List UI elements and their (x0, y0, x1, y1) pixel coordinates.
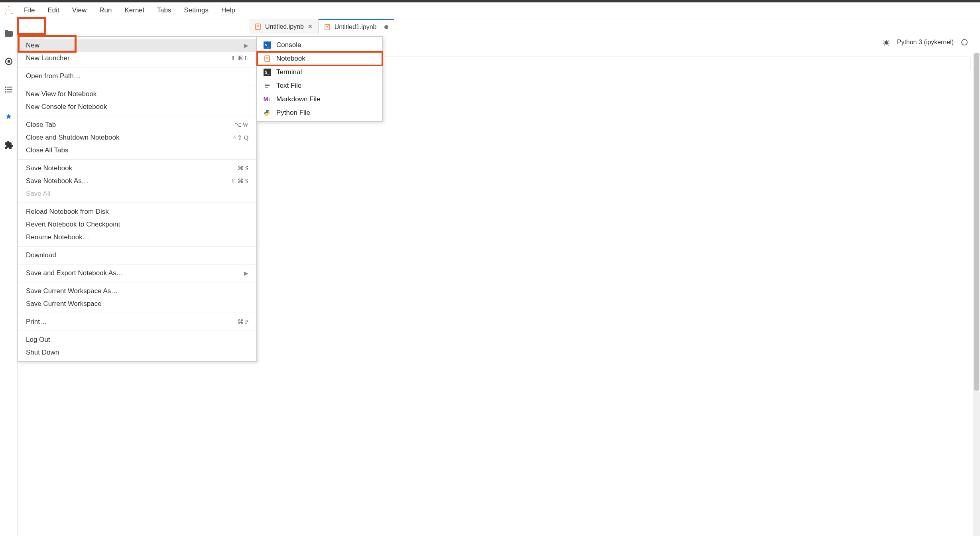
tab-label: Untitled.ipynb (265, 23, 304, 30)
scrollbar-thumb[interactable] (974, 53, 979, 391)
folder-icon[interactable] (4, 29, 14, 38)
svg-rect-7 (5, 89, 6, 90)
menu-separator (18, 282, 256, 282)
menu-settings[interactable]: Settings (178, 4, 215, 17)
file-close-shutdown[interactable]: Close and Shutdown Notebook^ ⇧ Q (18, 131, 256, 144)
svg-point-0 (8, 6, 10, 7)
file-shutdown[interactable]: Shut Down (18, 346, 256, 359)
shortcut-text: ⌘ P (238, 318, 248, 325)
new-console[interactable]: >_ Console (257, 38, 382, 52)
menu-tabs[interactable]: Tabs (151, 4, 178, 17)
svg-rect-5 (5, 87, 6, 88)
shortcut-text: ^ ⇧ Q (233, 134, 248, 141)
menu-separator (18, 159, 256, 160)
file-menu-dropdown: New▶ New Launcher⇧ ⌘ L Open from Path… N… (18, 36, 257, 362)
file-save-workspace-as[interactable]: Save Current Workspace As… (18, 285, 256, 298)
tab-untitled1[interactable]: Untitled1.ipynb (319, 19, 395, 34)
new-submenu: >_ Console Notebook $_ Terminal Text Fil… (257, 36, 383, 122)
menu-separator (18, 264, 256, 264)
svg-rect-17 (265, 84, 270, 85)
new-markdown-file[interactable]: M↓ Markdown File (257, 93, 382, 106)
svg-rect-18 (265, 85, 270, 86)
terminal-icon: $_ (264, 69, 271, 76)
file-print[interactable]: Print…⌘ P (18, 315, 256, 328)
shortcut-text: ⇧ ⌘ L (230, 55, 248, 62)
dirty-indicator-icon (384, 25, 388, 29)
notebook-icon (264, 55, 271, 62)
shortcut-text: ⇧ ⌘ S (231, 177, 248, 185)
file-download[interactable]: Download (18, 249, 256, 262)
svg-point-1 (11, 13, 12, 14)
new-python-file[interactable]: Python File (257, 106, 382, 120)
file-new-console[interactable]: New Console for Notebook (18, 100, 256, 113)
menu-separator (18, 313, 256, 313)
file-logout[interactable]: Log Out (18, 333, 256, 346)
svg-rect-8 (7, 89, 12, 90)
left-activity-bar (0, 18, 18, 536)
menu-edit[interactable]: Edit (41, 4, 65, 17)
svg-rect-6 (7, 87, 12, 88)
close-icon[interactable]: × (308, 22, 313, 31)
file-rename[interactable]: Rename Notebook… (18, 231, 256, 244)
main-area: Untitled.ipynb × Untitled1.ipynb Code (0, 18, 980, 536)
toolbar-right: Python 3 (ipykernel) (883, 39, 980, 46)
svg-point-15 (962, 39, 967, 45)
file-revert[interactable]: Revert Notebook to Checkpoint (18, 218, 256, 231)
shortcut-text: ⌘ S (238, 165, 248, 172)
markdown-icon: M↓ (264, 96, 271, 103)
file-open-from-path[interactable]: Open from Path… (18, 70, 256, 83)
file-new-view[interactable]: New View for Notebook (18, 88, 256, 100)
menu-file[interactable]: File (18, 4, 41, 17)
text-file-icon (264, 82, 271, 89)
toc-icon[interactable] (4, 85, 14, 94)
file-close-all[interactable]: Close All Tabs (18, 144, 256, 157)
new-text-file[interactable]: Text File (257, 79, 382, 93)
scrollbar[interactable] (973, 53, 980, 536)
svg-rect-9 (5, 91, 6, 93)
svg-rect-19 (265, 87, 268, 88)
tabbar: Untitled.ipynb × Untitled1.ipynb (18, 18, 980, 34)
menu-separator (18, 85, 256, 85)
menu-separator (18, 67, 256, 67)
file-export[interactable]: Save and Export Notebook As…▶ (18, 267, 256, 280)
file-save-notebook-as[interactable]: Save Notebook As…⇧ ⌘ S (18, 175, 256, 187)
notebook-icon (324, 24, 331, 30)
notebook-icon (255, 24, 261, 30)
shortcut-text: ⌥ W (234, 121, 248, 128)
menu-separator (18, 246, 256, 246)
svg-point-2 (5, 13, 6, 14)
new-notebook[interactable]: Notebook (257, 52, 382, 65)
menubar: File Edit View Run Kernel Tabs Settings … (0, 2, 980, 18)
menu-separator (18, 331, 256, 331)
jupyter-logo[interactable] (2, 3, 16, 18)
svg-rect-10 (7, 92, 12, 93)
submenu-arrow-icon: ▶ (244, 270, 248, 276)
extensions-icon[interactable] (4, 112, 14, 122)
kernel-status-icon[interactable] (961, 39, 968, 46)
menu-view[interactable]: View (66, 4, 93, 17)
bug-icon[interactable] (883, 39, 890, 46)
menu-run[interactable]: Run (93, 4, 118, 17)
kernel-name[interactable]: Python 3 (ipykernel) (897, 39, 954, 46)
file-new-launcher[interactable]: New Launcher⇧ ⌘ L (18, 52, 256, 65)
menu-kernel[interactable]: Kernel (118, 4, 150, 17)
file-save-all: Save All (18, 187, 256, 200)
console-icon: >_ (264, 41, 271, 49)
running-icon[interactable] (4, 57, 14, 66)
menu-help[interactable]: Help (215, 4, 242, 17)
file-save-notebook[interactable]: Save Notebook⌘ S (18, 162, 256, 175)
file-reload[interactable]: Reload Notebook from Disk (18, 205, 256, 218)
python-icon (264, 109, 271, 116)
submenu-arrow-icon: ▶ (244, 42, 248, 49)
puzzle-icon[interactable] (4, 140, 14, 150)
svg-point-14 (884, 41, 888, 44)
svg-rect-4 (8, 60, 10, 63)
new-terminal[interactable]: $_ Terminal (257, 65, 382, 79)
tab-label: Untitled1.ipynb (335, 24, 377, 31)
tab-untitled[interactable]: Untitled.ipynb × (249, 19, 319, 34)
file-save-workspace[interactable]: Save Current Workspace (18, 298, 256, 310)
file-new[interactable]: New▶ (18, 39, 256, 52)
file-close-tab[interactable]: Close Tab⌥ W (18, 118, 256, 131)
menu-separator (18, 203, 256, 203)
menu-separator (18, 116, 256, 116)
